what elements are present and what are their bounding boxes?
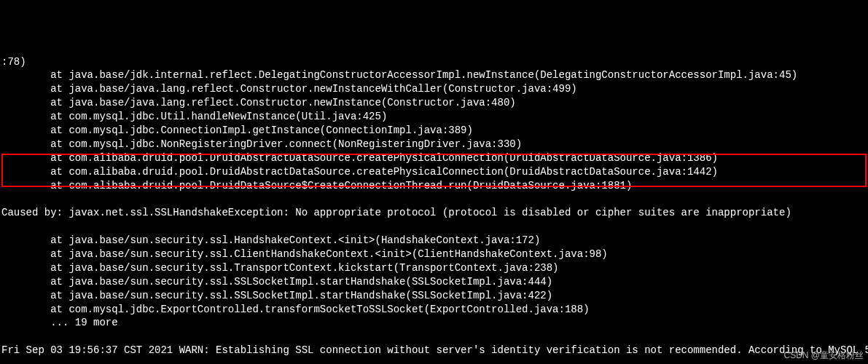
- stack-trace-top: :78) at java.base/jdk.internal.reflect.D…: [1, 55, 867, 193]
- watermark: CSDN @童安格粉丝: [783, 349, 864, 361]
- stack-trace-bottom: at java.base/sun.security.ssl.HandshakeC…: [1, 234, 867, 330]
- warn-message: Fri Sep 03 19:56:37 CST 2021 WARN: Estab…: [1, 344, 867, 357]
- caused-by-line: Caused by: javax.net.ssl.SSLHandshakeExc…: [1, 206, 867, 220]
